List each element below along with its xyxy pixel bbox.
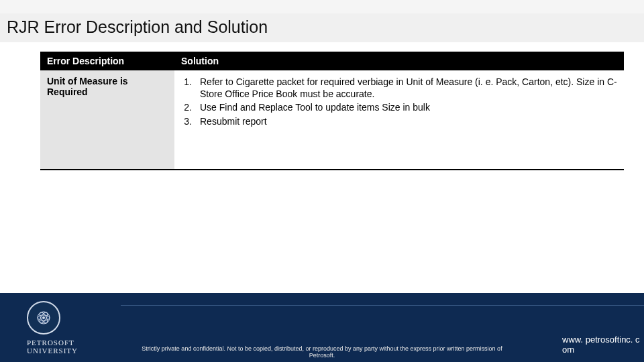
error-solution-table: Error Description Solution Unit of Measu… [40,52,624,170]
list-text: Use Find and Replace Tool to update item… [200,101,617,113]
footer-org-name: PETROSOFT UNIVERSITY [27,339,78,355]
content-area: Error Description Solution Unit of Measu… [0,42,644,170]
list-item: 2. Use Find and Replace Tool to update i… [181,101,617,113]
page-title: RJR Error Description and Solution [7,17,637,37]
footer-org-line2: UNIVERSITY [27,347,78,355]
list-number: 3. [181,115,200,127]
table-header-row: Error Description Solution [40,52,624,70]
footer-disclaimer: Strictly private and confidential. Not t… [141,346,503,359]
seal-icon [27,301,60,335]
solution-cell: 1. Refer to Cigarette packet for require… [174,70,624,170]
footer-divider [121,305,644,306]
col-header-description: Error Description [40,52,174,70]
list-text: Refer to Cigarette packet for required v… [200,76,617,100]
footer: PETROSOFT UNIVERSITY Strictly private an… [0,293,644,362]
table-row: Unit of Measure is Required 1. Refer to … [40,70,624,170]
list-item: 3. Resubmit report [181,115,617,127]
list-item: 1. Refer to Cigarette packet for require… [181,76,617,100]
footer-logo-block: PETROSOFT UNIVERSITY [27,301,78,355]
footer-org-line1: PETROSOFT [27,339,78,347]
col-header-solution: Solution [174,52,624,70]
list-text: Resubmit report [200,115,617,127]
svg-point-4 [42,316,45,319]
list-number: 1. [181,76,200,100]
top-spacer [0,0,644,13]
solution-list: 1. Refer to Cigarette packet for require… [181,76,617,127]
list-number: 2. [181,101,200,113]
footer-url: www. petrosoftinc. c om [562,335,643,355]
title-band: RJR Error Description and Solution [0,13,644,42]
error-description-cell: Unit of Measure is Required [40,70,174,170]
